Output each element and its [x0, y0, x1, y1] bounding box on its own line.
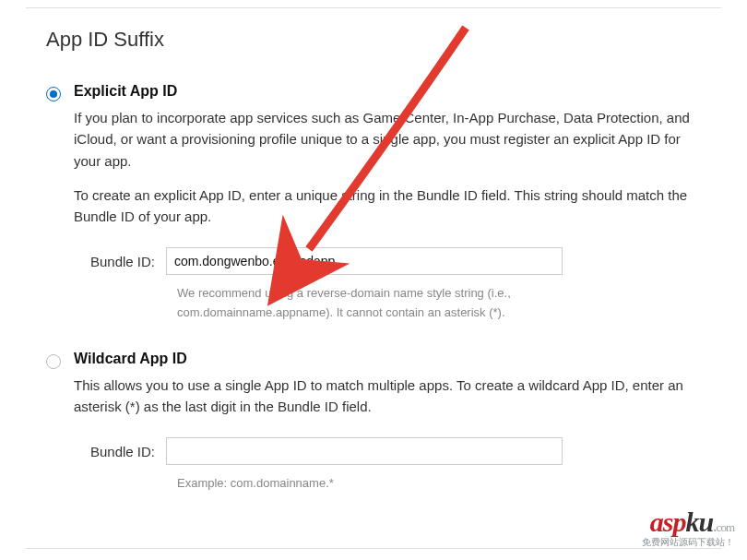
radio-explicit[interactable] — [46, 87, 61, 101]
option-explicit-desc1: If you plan to incorporate app services … — [74, 107, 701, 172]
top-divider — [26, 7, 721, 8]
radio-wildcard[interactable] — [46, 354, 61, 369]
watermark-brand-a: asp — [650, 506, 686, 537]
watermark-brand-b: ku — [685, 506, 713, 537]
watermark: aspku.com 免费网站源码下载站！ — [642, 508, 734, 547]
watermark-brand: aspku.com — [642, 508, 734, 536]
bundle-id-hint-explicit: We recommend using a reverse-domain name… — [177, 284, 638, 323]
section-title: App ID Suffix — [46, 28, 701, 52]
option-wildcard-desc1: This allows you to use a single App ID t… — [74, 375, 701, 418]
option-wildcard-body: Wildcard App ID This allows you to use a… — [74, 351, 701, 494]
bundle-id-row-wildcard: Bundle ID: — [74, 437, 701, 465]
option-wildcard: Wildcard App ID This allows you to use a… — [46, 351, 701, 494]
bundle-id-label-explicit: Bundle ID: — [74, 254, 166, 269]
radio-col — [46, 83, 74, 105]
option-explicit-body: Explicit App ID If you plan to incorpora… — [74, 83, 701, 323]
app-id-suffix-section: App ID Suffix Explicit App ID If you pla… — [0, 0, 747, 540]
bundle-id-row-explicit: Bundle ID: — [74, 247, 701, 275]
option-explicit-title: Explicit App ID — [74, 83, 701, 100]
option-explicit-desc2: To create an explicit App ID, enter a un… — [74, 185, 701, 228]
watermark-tagline: 免费网站源码下载站！ — [642, 538, 734, 547]
radio-col — [46, 351, 74, 373]
bundle-id-hint-wildcard: Example: com.domainname.* — [177, 474, 638, 494]
bundle-id-input-wildcard[interactable] — [166, 437, 563, 465]
watermark-tld: com — [717, 520, 734, 534]
bottom-divider — [26, 548, 721, 549]
bundle-id-label-wildcard: Bundle ID: — [74, 444, 166, 459]
bundle-id-input-explicit[interactable] — [166, 247, 563, 275]
option-wildcard-title: Wildcard App ID — [74, 351, 701, 367]
option-explicit: Explicit App ID If you plan to incorpora… — [46, 83, 701, 323]
